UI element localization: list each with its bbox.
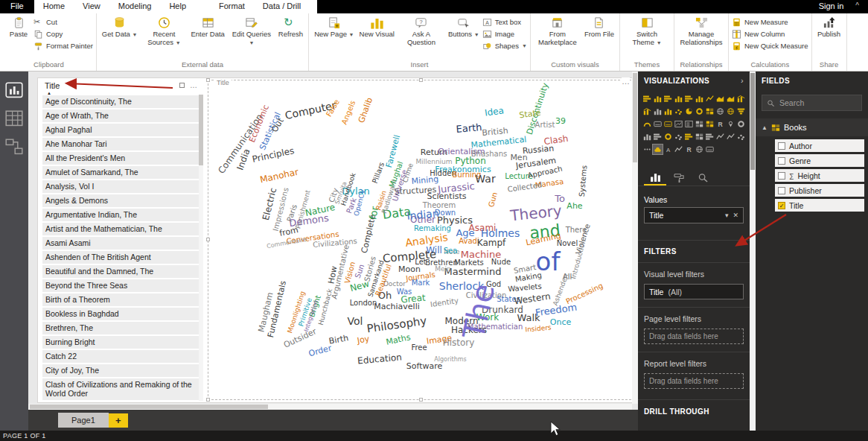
wordcloud-word[interactable]: Software <box>406 361 443 371</box>
card-visual-icon[interactable] <box>653 119 663 129</box>
visual-filter-title[interactable]: Title (All) <box>644 284 744 299</box>
wordcloud-word[interactable]: Maths <box>385 332 411 347</box>
model-view-icon[interactable] <box>5 139 23 155</box>
chevron-down-icon[interactable]: ▾ <box>725 212 729 219</box>
more-options-icon[interactable]: … <box>622 77 630 85</box>
wordcloud-word[interactable]: Birth <box>328 333 349 346</box>
add-page-button[interactable]: + <box>109 413 128 428</box>
r-script-visual-visual-icon[interactable]: R <box>715 119 725 129</box>
wordcloud-word[interactable]: Mastermind <box>444 266 502 277</box>
text-filter-visual-icon[interactable]: A <box>663 145 673 154</box>
collapse-panel-icon[interactable]: › <box>741 76 744 85</box>
matrix-visual-icon[interactable] <box>705 119 715 129</box>
menu-tab-home[interactable]: Home <box>34 0 74 13</box>
wordcloud-word[interactable]: Collected <box>507 180 543 193</box>
tab-analytics[interactable] <box>692 169 714 185</box>
page-tab-page1[interactable]: Page1 <box>58 413 109 428</box>
bullet-chart-visual-icon[interactable] <box>653 132 663 142</box>
list-item[interactable]: Beyond the Three Seas <box>42 279 203 292</box>
sunburst-visual-icon[interactable] <box>663 132 673 142</box>
search-input[interactable] <box>779 98 854 107</box>
list-item[interactable]: Beautiful and the Damned, The <box>42 265 203 278</box>
text-box-button[interactable]: AText box <box>482 17 527 27</box>
report-filters-drop-zone[interactable]: Drag data fields here <box>644 373 744 389</box>
waterfall-chart-visual-icon[interactable] <box>663 107 673 116</box>
wordcloud-word[interactable]: Avadi <box>459 237 479 245</box>
wordcloud-word[interactable]: Identity <box>430 296 459 308</box>
100-stacked-bar-chart-visual-icon[interactable] <box>684 94 694 104</box>
enter-data-button[interactable]: Enter Data <box>188 14 226 39</box>
treemap-visual-icon[interactable] <box>705 107 715 116</box>
wordcloud-word[interactable]: War <box>475 173 495 185</box>
report-view-icon[interactable] <box>5 82 23 98</box>
field-height[interactable]: ∑Height <box>775 169 864 182</box>
scatter-chart-visual-icon[interactable] <box>674 107 683 116</box>
wordcloud-word[interactable]: Moon <box>398 264 421 274</box>
list-item[interactable]: Bookless in Baghdad <box>42 308 203 320</box>
line-chart-visual-icon[interactable] <box>705 94 715 104</box>
new-visual-button[interactable]: New Visual <box>357 14 397 39</box>
format-painter-button[interactable]: Format Painter <box>33 41 93 51</box>
resize-handle-w[interactable] <box>206 238 210 241</box>
canvas-vertical-scrollbar[interactable] <box>632 72 638 404</box>
stacked-column-chart-visual-icon[interactable] <box>653 94 663 104</box>
wordcloud-word[interactable]: Insiders <box>525 323 552 333</box>
resize-handle-s[interactable] <box>419 398 423 402</box>
r-custom-visual-visual-icon[interactable]: R <box>684 145 694 154</box>
donut-chart-visual-icon[interactable] <box>695 107 704 116</box>
field-checkbox[interactable] <box>778 157 785 165</box>
new-measure-button[interactable]: New Measure <box>732 17 808 27</box>
refresh-button[interactable]: ↻Refresh <box>276 14 305 39</box>
wordcloud-word[interactable]: Systems <box>578 165 589 197</box>
tab-format[interactable] <box>668 169 690 185</box>
field-checkbox[interactable]: ✓ <box>778 202 785 209</box>
ribbon-chart-visual-icon[interactable] <box>653 107 663 116</box>
list-item[interactable]: Asami Asami <box>42 237 203 250</box>
sparkline-visual-icon[interactable] <box>726 132 735 142</box>
line-and-clustered-column-chart-visual-icon[interactable] <box>736 94 746 104</box>
wordcloud-word[interactable]: 39 <box>555 116 566 126</box>
field-search-box[interactable] <box>762 95 862 111</box>
funnel-chart-visual-icon[interactable] <box>736 107 746 116</box>
gantt-chart-visual-icon[interactable] <box>705 132 715 142</box>
chiclet-slicer-visual-icon[interactable] <box>695 132 704 142</box>
wordcloud-word[interactable]: Order <box>307 343 333 359</box>
100-stacked-column-chart-visual-icon[interactable] <box>695 94 704 104</box>
field-checkbox[interactable] <box>778 172 785 180</box>
word-cloud-visual[interactable]: Title … IndiaPrinciplesManoharCommunicat… <box>208 80 635 400</box>
key-influencers-visual-icon[interactable] <box>736 119 746 129</box>
arcgis-map-visual-icon[interactable] <box>726 119 735 129</box>
wordcloud-word[interactable]: Scientists <box>427 191 467 201</box>
list-item[interactable]: Ahe Manohar Tari <box>42 138 203 150</box>
pulse-chart-visual-icon[interactable] <box>674 145 683 154</box>
wordcloud-word[interactable]: Joy <box>357 334 370 346</box>
resize-handle-nw[interactable] <box>206 78 210 82</box>
word-tree-visual-icon[interactable] <box>715 132 725 142</box>
network-chart-visual-icon[interactable] <box>674 132 683 142</box>
more-options-visual-icon[interactable] <box>642 145 652 154</box>
clustered-bar-chart-visual-icon[interactable] <box>663 94 673 104</box>
wordcloud-word[interactable]: Mein <box>435 265 451 273</box>
wordcloud-word[interactable]: Nude <box>491 258 511 266</box>
list-item[interactable]: Catch 22 <box>42 350 203 363</box>
list-item[interactable]: Age of Discontinuity, The <box>42 95 203 108</box>
kpi-visual-icon[interactable] <box>674 119 683 129</box>
stacked-bar-chart-visual-icon[interactable] <box>642 94 652 104</box>
wordcloud-word[interactable]: Education <box>357 352 403 366</box>
remove-field-icon[interactable]: ✕ <box>733 212 738 219</box>
wordcloud-word[interactable]: Mark <box>412 279 430 287</box>
wordcloud-word[interactable]: History <box>443 337 475 348</box>
focus-mode-icon[interactable] <box>179 83 185 88</box>
list-scrollbar[interactable] <box>199 95 203 401</box>
stacked-area-chart-visual-icon[interactable] <box>726 94 735 104</box>
manage-relationships-button[interactable]: Manage Relationships <box>677 14 725 46</box>
list-item[interactable]: Analysis, Vol I <box>42 180 203 193</box>
wordcloud-word[interactable]: Wavelets <box>508 282 542 294</box>
wordcloud-word[interactable]: Artist <box>535 121 555 129</box>
wordcloud-word[interactable]: Philosophy <box>366 314 428 335</box>
play-axis-visual-icon[interactable] <box>736 132 746 142</box>
list-item[interactable]: Angels & Demons <box>42 194 203 207</box>
gauge-visual-icon[interactable] <box>642 119 652 129</box>
field-genre[interactable]: Genre <box>775 154 864 167</box>
shapes-button[interactable]: Shapes▼ <box>482 41 527 51</box>
